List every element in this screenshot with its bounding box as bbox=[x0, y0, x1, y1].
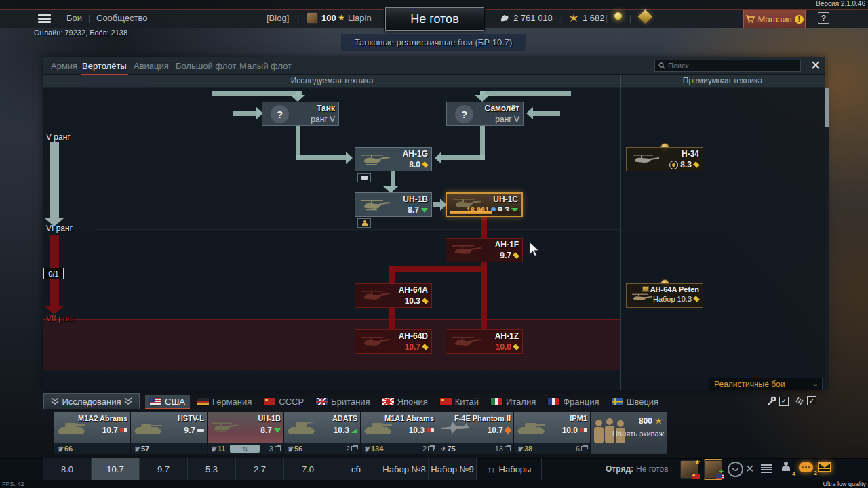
tree-scrollbar[interactable] bbox=[825, 88, 829, 390]
tree-node-ah-1f[interactable]: AH-1F 9.7 bbox=[446, 238, 523, 262]
helicopter-silhouette-icon bbox=[358, 197, 393, 213]
battle-tasks-icon[interactable] bbox=[761, 464, 772, 473]
footer-strip bbox=[0, 480, 868, 488]
tree-node-ah-64d[interactable]: AH-64D 10.7 bbox=[355, 329, 432, 354]
helicopter-silhouette-icon bbox=[358, 151, 393, 167]
tree-node-ah-1g[interactable]: AH-1G 8.0 bbox=[355, 147, 432, 171]
preset-set-8[interactable]: Набор №8 bbox=[380, 458, 429, 480]
connector-arrowhead bbox=[526, 107, 533, 119]
country-tab-china[interactable]: Китай bbox=[435, 395, 484, 408]
ready-button[interactable]: Не готов bbox=[385, 7, 484, 30]
br-diamond-icon bbox=[693, 296, 700, 302]
crew-slot-f-4e-phantom[interactable]: F-4E Phantom II 10.7 bbox=[437, 412, 513, 443]
scrollbar-thumb[interactable] bbox=[825, 88, 829, 127]
crew-slot-hstv-l[interactable]: HSTV-L 9.7 bbox=[131, 412, 207, 443]
game-mode-banner: Танковые реалистичные бои (БР 10.7) bbox=[341, 34, 526, 51]
tab-bluewater-fleet[interactable]: Большой флот bbox=[176, 61, 236, 71]
preset-9-7[interactable]: 9.7 bbox=[140, 458, 188, 480]
tab-helicopters[interactable]: Вертолёты bbox=[82, 61, 127, 71]
crew-slot-uh-1b-selected[interactable]: UH-1B 8.7 bbox=[208, 412, 283, 443]
tree-node-plane-requirement[interactable]: ? Самолёт ранг V bbox=[446, 102, 524, 126]
battle-mode-dropdown[interactable]: Реалистичные бои ⌄ bbox=[709, 378, 823, 390]
connector-line bbox=[480, 91, 571, 96]
menu-battles[interactable]: Бои bbox=[66, 13, 82, 23]
crew-slot-strip: ♛57 bbox=[131, 443, 207, 454]
country-tab-italy[interactable]: Италия bbox=[486, 395, 540, 408]
tree-node-tank-requirement[interactable]: ? Танк ранг V bbox=[262, 102, 339, 126]
country-tab-germany[interactable]: Германия bbox=[193, 395, 256, 408]
br-diamond-icon bbox=[422, 344, 429, 350]
country-tab-ussr[interactable]: СССР bbox=[259, 395, 309, 408]
menu-community[interactable]: Сообщество bbox=[96, 13, 148, 23]
preset-7-0[interactable]: 7.0 bbox=[284, 458, 332, 480]
blog-link[interactable]: [Blog] bbox=[267, 13, 289, 23]
br-diamond-icon bbox=[422, 298, 429, 304]
backup-icon bbox=[581, 446, 587, 451]
crew-crown-icon: ♛ bbox=[517, 445, 523, 453]
country-tab-japan[interactable]: Япония bbox=[378, 395, 433, 408]
tree-node-ah-1z[interactable]: AH-1Z 10.0 bbox=[446, 329, 523, 354]
auto-ammo-checkbox[interactable]: ✓ bbox=[807, 396, 816, 405]
tutorial-bulb-icon[interactable] bbox=[614, 12, 622, 22]
presets-manager-button[interactable]: ↑↓ Наборы bbox=[477, 458, 542, 480]
help-button[interactable]: ? bbox=[818, 12, 829, 24]
country-tab-usa[interactable]: США bbox=[145, 395, 190, 408]
crew-slot-m1a2-abrams[interactable]: M1A2 Abrams 10.7 bbox=[54, 412, 130, 443]
pack-icon bbox=[642, 286, 649, 292]
shop-button[interactable]: Магазин ! bbox=[743, 10, 806, 28]
contacts-icon[interactable]: 4 bbox=[778, 462, 793, 475]
crew-slot-m1a1-abrams[interactable]: M1A1 Abrams 10.3 bbox=[361, 412, 437, 443]
chat-count: 2 bbox=[814, 470, 817, 476]
leave-squad-icon[interactable]: ✕ bbox=[745, 462, 754, 475]
preset-set-9[interactable]: Набор №9 bbox=[429, 458, 477, 480]
player-name[interactable]: Liapin bbox=[348, 13, 372, 23]
tab-coastal-fleet[interactable]: Малый флот bbox=[239, 61, 292, 71]
preset-sb[interactable]: сб bbox=[332, 458, 380, 480]
close-tree-icon[interactable]: ✕ bbox=[808, 58, 823, 73]
premium-node-ah-64a-peten[interactable]: AH-64A Peten Набор 10.3 bbox=[626, 283, 703, 308]
double-chevron-icon bbox=[50, 397, 60, 405]
country-tab-britain[interactable]: Британия bbox=[311, 395, 375, 408]
golden-eagles-counter[interactable]: 1 682 bbox=[568, 13, 605, 23]
country-tab-france[interactable]: Франция bbox=[543, 395, 604, 408]
swap-vehicle-button[interactable]: ↑↓ bbox=[230, 445, 260, 453]
mouse-cursor bbox=[526, 241, 540, 258]
crew-slot-ipm1[interactable]: IPM1 10.0 bbox=[514, 412, 590, 443]
hamburger-menu-icon[interactable] bbox=[38, 14, 51, 23]
backup-icon bbox=[351, 446, 357, 451]
player-avatar[interactable] bbox=[307, 12, 318, 24]
helicopter-silhouette-icon bbox=[358, 287, 393, 304]
hire-crew-slot[interactable]: 800 Нанять экипаж bbox=[591, 412, 667, 454]
search-icon bbox=[658, 62, 665, 69]
preset-5-3[interactable]: 5.3 bbox=[188, 458, 236, 480]
tree-node-uh-1b[interactable]: UH-1B 8.7 bbox=[355, 192, 432, 217]
tab-army[interactable]: Армия bbox=[51, 61, 77, 71]
crew-slot-adats[interactable]: ADATS 10.3 bbox=[284, 412, 360, 443]
preset-10-7-active[interactable]: 10.7 bbox=[92, 458, 140, 480]
backup-icon bbox=[428, 446, 434, 451]
research-button[interactable]: Исследования bbox=[43, 393, 140, 409]
player-squad-avatar[interactable]: + bbox=[704, 460, 722, 479]
vehicle-name: UH-1C bbox=[467, 195, 518, 204]
squad-member-avatar[interactable]: ★ bbox=[680, 460, 698, 479]
preset-2-7[interactable]: 2.7 bbox=[236, 458, 284, 480]
auto-repair-checkbox[interactable]: ✓ bbox=[779, 396, 789, 406]
silver-lion-icon bbox=[500, 13, 510, 23]
mail-icon[interactable] bbox=[818, 462, 831, 472]
country-tab-sweden[interactable]: Швеция bbox=[607, 395, 664, 408]
china-flag-icon bbox=[692, 474, 700, 479]
tab-aviation[interactable]: Авиация bbox=[134, 61, 169, 71]
crew-level: 134 bbox=[371, 445, 383, 453]
squad-voice-icon[interactable] bbox=[728, 462, 743, 477]
silver-lions-counter[interactable]: 2 761 018 bbox=[500, 13, 553, 23]
premium-node-h-34[interactable]: H-34 8.3 bbox=[626, 147, 703, 171]
vehicle-name: AH-1F bbox=[495, 240, 519, 249]
preset-8-0[interactable]: 8.0 bbox=[43, 458, 92, 480]
chat-icon[interactable]: 2 bbox=[799, 462, 813, 472]
expert-crew-badge[interactable] bbox=[357, 218, 371, 228]
premium-divider bbox=[620, 75, 621, 390]
modification-badge[interactable] bbox=[357, 173, 371, 182]
search-input[interactable] bbox=[668, 62, 797, 70]
tree-node-ah-64a[interactable]: AH-64A 10.3 bbox=[355, 283, 432, 308]
tree-node-uh-1c-researching[interactable]: UH-1C 18 9619.3 bbox=[446, 192, 523, 217]
